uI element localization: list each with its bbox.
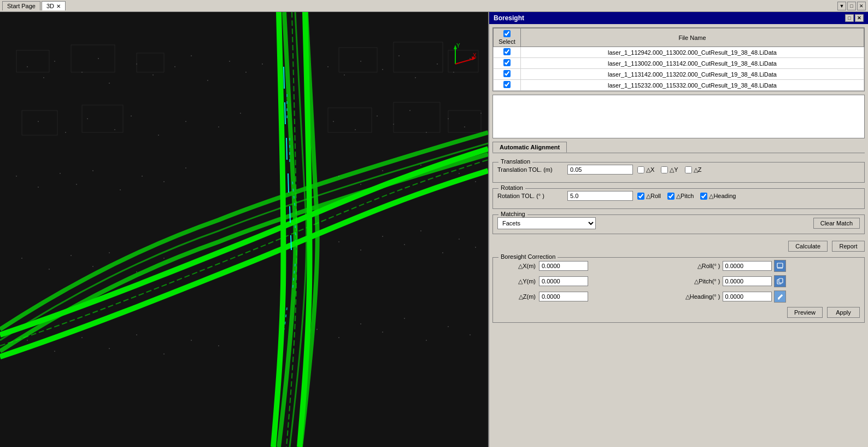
panel-content: Select File Name laser_1_112942.000_1130… [489, 24, 868, 447]
panel-title: Boresight [494, 14, 524, 22]
file-table-empty-area [492, 95, 865, 138]
translation-az-text: △Z [694, 166, 702, 173]
correction-roll-edit-btn[interactable] [774, 260, 786, 272]
tab-ctrl-close[interactable]: ✕ [857, 2, 866, 10]
tab-automatic-alignment-label: Automatic Alignment [500, 144, 560, 150]
translation-ay-text: △Y [670, 166, 678, 173]
bottom-btn-row: Preview Apply [497, 307, 860, 318]
correction-y-item: △Y(m) [497, 276, 676, 286]
translation-ax-text: △X [646, 166, 654, 173]
correction-heading-input[interactable] [723, 292, 772, 301]
translation-az-label: △Z [685, 166, 702, 173]
panel-close-btn[interactable]: ✕ [855, 14, 864, 22]
rotation-roll-checkbox[interactable] [637, 193, 644, 200]
panel-title-buttons: □ ✕ [845, 14, 864, 22]
viewport-svg [0, 12, 488, 447]
matching-row: Facets Hatch Clear Match [497, 217, 860, 229]
preview-button[interactable]: Preview [787, 307, 823, 318]
file-checkbox-0[interactable] [503, 48, 511, 55]
correction-roll-item: △Roll(° ) [682, 260, 860, 272]
translation-ax-checkbox[interactable] [637, 166, 644, 173]
translation-az-checkbox[interactable] [685, 166, 692, 173]
file-checkbox-1[interactable] [503, 59, 511, 66]
panel-restore-btn[interactable]: □ [845, 14, 854, 22]
correction-heading-item: △Heading(° ) [682, 291, 860, 303]
translation-input[interactable] [567, 165, 633, 175]
correction-roll-label: △Roll(° ) [682, 263, 720, 270]
calculate-button[interactable]: Calculate [788, 241, 828, 252]
translation-checkboxes: △X △Y △Z [637, 166, 701, 173]
table-row: laser_1_113002.000_113142.000_CutResult_… [494, 58, 864, 69]
tab-ctrl-dropdown[interactable]: ▼ [837, 2, 846, 10]
apply-button[interactable]: Apply [827, 307, 860, 318]
correction-pitch-copy-btn[interactable] [774, 275, 786, 287]
rotation-group-title: Rotation [498, 184, 525, 191]
rotation-heading-checkbox[interactable] [700, 193, 707, 200]
correction-roll-input[interactable] [723, 261, 772, 271]
matching-select[interactable]: Facets Hatch [497, 217, 596, 229]
correction-z-input[interactable] [539, 292, 588, 301]
rotation-pitch-text: △Pitch [676, 193, 694, 200]
correction-z-label: △Z(m) [497, 293, 536, 300]
correction-x-item: △X(m) [497, 261, 676, 271]
filename-0: laser_1_112942.000_113002.000_CutResult_… [521, 47, 864, 58]
table-row: laser_1_112942.000_113002.000_CutResult_… [494, 47, 864, 58]
clear-match-button[interactable]: Clear Match [813, 218, 860, 229]
tab-3d[interactable]: 3D ✕ [42, 1, 66, 10]
translation-label: Translation TOL. (m) [497, 166, 563, 173]
translation-group-title: Translation [498, 158, 532, 165]
rotation-label: Rotation TOL. (° ) [497, 193, 563, 199]
correction-pitch-item: △Pitch(° ) [682, 275, 860, 287]
tab-3d-label: 3D [46, 3, 54, 9]
translation-ay-checkbox[interactable] [661, 166, 668, 173]
table-row: laser_1_115232.000_115332.000_CutResult_… [494, 80, 864, 91]
rotation-pitch-checkbox[interactable] [667, 193, 675, 200]
svg-rect-104 [0, 12, 488, 447]
filename-3: laser_1_115232.000_115332.000_CutResult_… [521, 80, 864, 91]
rotation-roll-label: △Roll [637, 193, 661, 200]
correction-y-input[interactable] [539, 276, 588, 286]
boresight-correction-group: Boresight Correction △X(m) △Roll(° ) [492, 257, 865, 323]
matching-group-title: Matching [498, 211, 527, 217]
tab-window-controls: ▼ □ ✕ [837, 2, 866, 10]
tab-start-page[interactable]: Start Page [2, 1, 40, 10]
filename-1: laser_1_113002.000_113142.000_CutResult_… [521, 58, 864, 69]
rotation-group: Rotation Rotation TOL. (° ) △Roll △Pitch [492, 188, 865, 209]
tab-ctrl-restore[interactable]: □ [847, 2, 856, 10]
correction-pitch-input[interactable] [723, 276, 772, 286]
viewport-3d[interactable]: Y X [0, 12, 488, 447]
col-select-label: Select [498, 38, 515, 45]
svg-rect-111 [777, 263, 783, 268]
correction-pitch-label: △Pitch(° ) [682, 278, 720, 285]
correction-x-input[interactable] [539, 261, 588, 271]
filename-2: laser_1_113142.000_113202.000_CutResult_… [521, 69, 864, 80]
boresight-correction-title: Boresight Correction [498, 253, 558, 260]
translation-ay-label: △Y [661, 166, 678, 173]
inner-tab-bar: Automatic Alignment [492, 142, 865, 156]
select-all-checkbox[interactable] [503, 30, 511, 37]
tab-start-page-label: Start Page [7, 3, 36, 9]
axis-indicator: Y X [444, 42, 477, 75]
file-table: Select File Name laser_1_112942.000_1130… [492, 27, 865, 91]
correction-heading-label: △Heading(° ) [682, 293, 720, 300]
main-area: Y X Boresight □ ✕ [0, 12, 868, 447]
tab-3d-close[interactable]: ✕ [56, 3, 61, 9]
report-button[interactable]: Report [832, 241, 865, 252]
panel-title-bar: Boresight □ ✕ [489, 12, 868, 24]
calculate-report-row: Calculate Report [492, 241, 865, 252]
right-panel: Boresight □ ✕ Select File Name [488, 12, 868, 447]
correction-x-label: △X(m) [497, 263, 536, 270]
rotation-pitch-label: △Pitch [667, 193, 694, 200]
svg-text:Y: Y [456, 43, 460, 49]
correction-heading-pen-btn[interactable] [774, 291, 786, 303]
tab-automatic-alignment[interactable]: Automatic Alignment [492, 142, 567, 153]
file-checkbox-3[interactable] [503, 81, 511, 88]
rotation-input[interactable] [567, 191, 633, 201]
svg-text:X: X [473, 53, 477, 59]
file-checkbox-2[interactable] [503, 70, 511, 77]
translation-ax-label: △X [637, 166, 654, 173]
table-row: laser_1_113142.000_113202.000_CutResult_… [494, 69, 864, 80]
rotation-row: Rotation TOL. (° ) △Roll △Pitch [497, 191, 860, 201]
rotation-roll-text: △Roll [646, 193, 661, 200]
tab-bar: Start Page 3D ✕ ▼ □ ✕ [0, 0, 868, 12]
